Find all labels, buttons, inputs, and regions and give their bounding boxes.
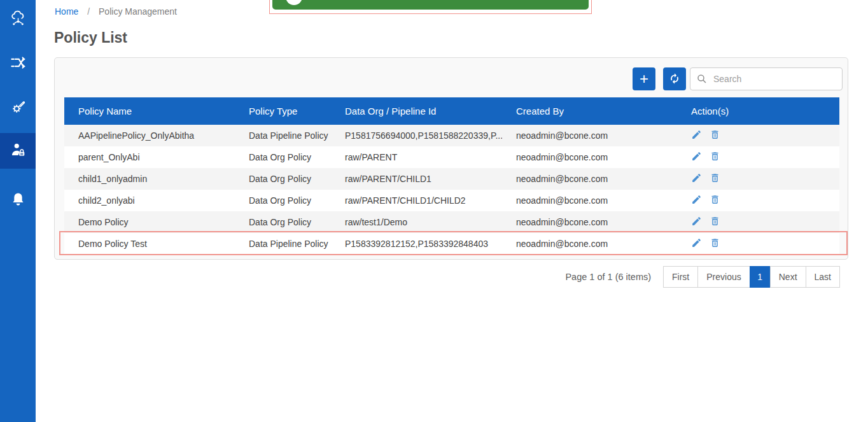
header-actions: Action(s)	[677, 106, 839, 116]
cell-policy-type: Data Pipeline Policy	[235, 239, 331, 249]
breadcrumb: Home / Policy Management	[55, 6, 177, 17]
pagination-first-button[interactable]: First	[663, 266, 698, 288]
policy-list-card: + Policy Name Policy Type Data Org / Pip…	[54, 57, 848, 260]
table-row: child2_onlyabiData Org Policyraw/PARENT/…	[64, 190, 839, 211]
cell-data-org: P1581756694000,P1581588220339,P...	[331, 130, 502, 141]
cell-created-by: neoadmin@bcone.com	[502, 195, 677, 206]
notifications-bell-icon	[10, 191, 27, 211]
cell-policy-name: child2_onlyabi	[64, 195, 235, 206]
delete-button[interactable]	[710, 194, 720, 207]
page-title: Policy List	[54, 29, 127, 46]
sidebar-item-policy-management[interactable]	[0, 133, 36, 169]
cell-policy-name: child1_onlyadmin	[64, 174, 235, 184]
cell-created-by: neoadmin@bcone.com	[502, 174, 677, 184]
trash-icon	[710, 129, 720, 142]
cell-created-by: neoadmin@bcone.com	[502, 239, 677, 249]
cell-policy-name: Demo Policy	[64, 217, 235, 227]
pencil-icon	[691, 129, 702, 142]
search-box	[690, 67, 843, 90]
table-row: parent_OnlyAbiData Org Policyraw/PARENTn…	[64, 146, 839, 168]
data-pipeline-icon	[10, 54, 27, 74]
cell-policy-type: Data Org Policy	[235, 195, 331, 206]
delete-button[interactable]	[710, 216, 720, 229]
table-row: Demo Policy TestData Pipeline PolicyP158…	[64, 233, 839, 255]
sidebar-item-notifications[interactable]	[0, 183, 36, 218]
pagination: Page 1 of 1 (6 items) First Previous 1 N…	[565, 266, 840, 288]
plus-icon: +	[640, 67, 648, 90]
sidebar-item-cloud[interactable]	[0, 1, 36, 37]
policy-user-lock-icon	[10, 141, 27, 161]
pencil-icon	[691, 237, 702, 250]
edit-button[interactable]	[691, 151, 702, 164]
sidebar-item-services[interactable]	[0, 90, 36, 126]
header-policy-type: Policy Type	[235, 106, 331, 116]
cell-policy-name: parent_OnlyAbi	[64, 152, 235, 162]
table-header-row: Policy Name Policy Type Data Org / Pipel…	[64, 97, 839, 125]
edit-button[interactable]	[691, 194, 702, 207]
cell-created-by: neoadmin@bcone.com	[502, 152, 677, 162]
cell-policy-type: Data Org Policy	[235, 174, 331, 184]
cell-data-org: raw/test1/Demo	[331, 217, 502, 227]
delete-button[interactable]	[710, 151, 720, 164]
cell-created-by: neoadmin@bcone.com	[502, 130, 677, 141]
pagination-last-button[interactable]: Last	[806, 266, 840, 288]
pencil-icon	[691, 151, 702, 164]
pagination-summary: Page 1 of 1 (6 items)	[565, 272, 651, 282]
breadcrumb-separator: /	[87, 6, 90, 17]
refresh-icon	[668, 71, 682, 87]
pagination-next-button[interactable]: Next	[770, 266, 806, 288]
cell-data-org: raw/PARENT	[331, 152, 502, 162]
header-created-by: Created By	[502, 106, 677, 116]
edit-button[interactable]	[691, 237, 702, 250]
refresh-button[interactable]	[663, 67, 686, 90]
cell-policy-name: AAPipelinePolicy_OnlyAbitha	[64, 130, 235, 141]
table-body: AAPipelinePolicy_OnlyAbithaData Pipeline…	[64, 125, 839, 255]
delete-button[interactable]	[710, 237, 720, 250]
cell-policy-type: Data Pipeline Policy	[235, 130, 331, 141]
header-policy-name: Policy Name	[64, 106, 235, 116]
cell-policy-type: Data Org Policy	[235, 217, 331, 227]
sidebar-item-pipelines[interactable]	[0, 46, 36, 81]
policy-table: Policy Name Policy Type Data Org / Pipel…	[64, 97, 839, 255]
search-input[interactable]	[690, 67, 843, 90]
header-data-org: Data Org / Pipeline Id	[331, 106, 502, 116]
cell-data-org: raw/PARENT/CHILD1/CHILD2	[331, 195, 502, 206]
services-gear-icon	[10, 99, 27, 118]
sidebar	[0, 0, 36, 422]
breadcrumb-home-link[interactable]: Home	[55, 6, 78, 17]
trash-icon	[710, 216, 720, 229]
cell-data-org: raw/PARENT/CHILD1	[331, 174, 502, 184]
pencil-icon	[691, 216, 702, 229]
pagination-page-1-button[interactable]: 1	[750, 266, 771, 288]
edit-button[interactable]	[691, 172, 702, 185]
table-row: AAPipelinePolicy_OnlyAbithaData Pipeline…	[64, 125, 839, 146]
cell-created-by: neoadmin@bcone.com	[502, 217, 677, 227]
trash-icon	[710, 237, 720, 250]
delete-button[interactable]	[710, 172, 720, 185]
trash-icon	[710, 172, 720, 185]
pencil-icon	[691, 172, 702, 185]
add-policy-button[interactable]: +	[633, 67, 655, 90]
pencil-icon	[691, 194, 702, 207]
breadcrumb-current: Policy Management	[99, 6, 177, 17]
success-toast	[272, 0, 589, 10]
table-row: child1_onlyadminData Org Policyraw/PAREN…	[64, 168, 839, 190]
trash-icon	[710, 151, 720, 164]
edit-button[interactable]	[691, 216, 702, 229]
table-row: Demo PolicyData Org Policyraw/test1/Demo…	[64, 211, 839, 233]
cell-policy-type: Data Org Policy	[235, 152, 331, 162]
edit-button[interactable]	[691, 129, 702, 142]
pagination-previous-button[interactable]: Previous	[697, 266, 750, 288]
search-icon	[696, 73, 708, 87]
cell-data-org: P1583392812152,P1583392848403	[331, 239, 502, 249]
delete-button[interactable]	[710, 129, 720, 142]
cloud-network-icon	[10, 10, 27, 29]
cell-policy-name: Demo Policy Test	[64, 239, 235, 249]
trash-icon	[710, 194, 720, 207]
